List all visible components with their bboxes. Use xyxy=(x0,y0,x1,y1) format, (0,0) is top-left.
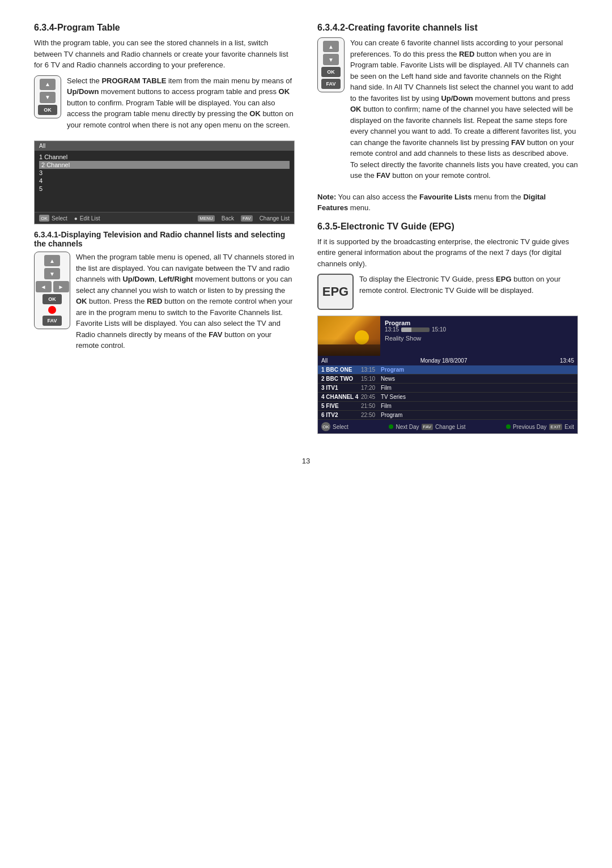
epg-channel-1: 1 BBC ONE xyxy=(321,367,361,373)
section-634-title: 6.3.4-Program Table xyxy=(34,23,295,33)
right-column: 6.3.4.2-Creating favorite channels list … xyxy=(317,23,578,440)
fav-label-icon: FAV xyxy=(241,215,253,222)
up-arrow-fav: ▲ xyxy=(323,41,339,52)
ok-button-icon-2: OK xyxy=(42,294,62,304)
fav-button-icon: FAV xyxy=(42,316,62,326)
epg-desc: To display the Electronic TV Guide, pres… xyxy=(359,274,578,296)
pt-back-label: Back xyxy=(222,215,234,222)
epg-row-4: 4 CHANNEL 4 20:45 TV Series xyxy=(318,393,577,402)
epg-progress-fill xyxy=(401,327,411,332)
down-arrow-fav: ▼ xyxy=(323,54,339,65)
up-arrow-icon-2: ▲ xyxy=(44,255,60,266)
epg-channel-3: 3 ITV1 xyxy=(321,385,361,391)
epg-select-label: Select xyxy=(333,424,348,430)
epg-header-all: All xyxy=(321,358,328,364)
epg-ok-icon: OK xyxy=(321,422,330,431)
up-arrow-icon: ▲ xyxy=(40,79,56,90)
page-number: 13 xyxy=(34,457,578,465)
epg-row-6: 6 ITV2 22:50 Program xyxy=(318,411,577,420)
down-arrow-icon: ▼ xyxy=(40,92,56,103)
pt-change-label: Change List xyxy=(260,215,290,222)
epg-prog-time: 13:15 15:10 xyxy=(385,326,573,333)
right-arrow-icon: ► xyxy=(53,281,69,292)
epg-table-header: All Monday 18/8/2007 13:45 xyxy=(318,356,577,365)
section-635-title: 6.3.5-Electronic TV Guide (EPG) xyxy=(317,222,578,232)
epg-row-2: 2 BBC TWO 15:10 News xyxy=(318,375,577,384)
fav-remote-icon: ▲ ▼ OK FAV xyxy=(317,37,345,92)
red-button-icon xyxy=(48,306,56,314)
epg-prev-day-label: Previous Day xyxy=(513,424,546,430)
epg-time-5: 21:50 xyxy=(361,403,381,409)
epg-exit-icon: EXIT xyxy=(549,424,563,430)
section-6341-title: 6.3.4.1-Displaying Television and Radio … xyxy=(34,230,295,248)
program-table-bold: PROGRAM TABLE xyxy=(101,76,166,85)
epg-header-date: Monday 18/8/2007 xyxy=(420,358,468,364)
epg-time-3: 17:20 xyxy=(361,385,381,391)
epg-prog-4: TV Series xyxy=(381,394,574,400)
epg-time-end: 15:10 xyxy=(432,326,446,333)
left-right-arrows: ◄ ► xyxy=(36,281,69,292)
fav-btn-fav: FAV xyxy=(321,79,341,89)
epg-time-1: 13:15 xyxy=(361,367,381,373)
epg-channel-4: 4 CHANNEL 4 xyxy=(321,394,361,400)
pt-header: All xyxy=(35,141,294,151)
epg-prog-3: Film xyxy=(381,385,574,391)
ok-bold2: OK xyxy=(249,109,261,118)
green-dot-next xyxy=(389,424,393,429)
epg-prog-1: Program xyxy=(381,367,574,373)
pt-channel-list: 1 Channel 2 Channel 3 4 5 xyxy=(35,151,294,212)
pt-edit-label: Edit List xyxy=(80,215,100,222)
epg-fav-icon: FAV xyxy=(422,424,434,430)
epg-overlay xyxy=(318,339,380,356)
pt-all-label: All xyxy=(39,143,45,149)
epg-footer-select-group: OK Select xyxy=(321,422,348,431)
section-6342-title: 6.3.4.2-Creating favorite channels list xyxy=(317,23,578,33)
epg-time-6: 22:50 xyxy=(361,412,381,418)
section-6341-desc: When the program table menu is opened, a… xyxy=(76,252,295,351)
note-paragraph: Note: You can also access the Favourite … xyxy=(317,192,578,214)
epg-program-info: Program 13:15 15:10 Reality Show xyxy=(380,316,577,356)
left-column: 6.3.4-Program Table With the program tab… xyxy=(34,23,295,440)
epg-time-start: 13:15 xyxy=(385,326,399,333)
ok-btn-fav: OK xyxy=(321,67,341,77)
remote-icon-block-634: ▲ ▼ OK Select the PROGRAM TABLE item fro… xyxy=(34,75,295,135)
pt-channel-2: 2 Channel xyxy=(39,161,290,169)
epg-top-section: Program 13:15 15:10 Reality Show xyxy=(318,316,577,356)
epg-icon: EPG xyxy=(317,274,354,310)
epg-channel-6: 6 ITV2 xyxy=(321,412,361,418)
ok-bold: OK xyxy=(279,87,290,96)
pt-channel-4: 4 xyxy=(39,177,290,185)
epg-header-time: 13:45 xyxy=(560,358,574,364)
epg-footer-days-group: Next Day FAV Change List xyxy=(389,422,465,431)
pt-select-label: Select xyxy=(52,215,67,222)
fav-icon-block: ▲ ▼ OK FAV You can create 6 favorite cha… xyxy=(317,37,578,186)
epg-progress-bar xyxy=(401,327,430,332)
pt-footer: OK Select ● Edit List MENU Back FAV Chan… xyxy=(35,212,294,224)
pt-footer-right: MENU Back FAV Change List xyxy=(198,215,290,222)
epg-footer-prev-exit-group: Previous Day EXIT Exit xyxy=(506,422,574,431)
note-bold: Note: xyxy=(317,193,336,201)
epg-thumbnail xyxy=(318,316,380,356)
epg-row-3: 3 ITV1 17:20 Film xyxy=(318,384,577,393)
pt-channel-1: 1 Channel xyxy=(39,153,290,161)
epg-row-5: 5 FIVE 21:50 Film xyxy=(318,402,577,411)
section-6342-desc: You can create 6 favorite channel lists … xyxy=(350,37,578,181)
pt-channel-3: 3 xyxy=(39,169,290,177)
fav-lists-bold: Favourite Lists xyxy=(419,193,471,201)
epg-time-2: 15:10 xyxy=(361,376,381,382)
program-table-screenshot: All 1 Channel 2 Channel 3 4 5 OK Select … xyxy=(34,141,295,224)
remote-icon-6341: ▲ ▼ ◄ ► OK FAV xyxy=(34,252,70,329)
pt-ok-icon: OK xyxy=(39,215,49,222)
remote-icon-block-6341: ▲ ▼ ◄ ► OK FAV When the program table me… xyxy=(34,252,295,356)
updown-bold: Up/Down xyxy=(67,87,99,96)
menu-label-icon: MENU xyxy=(198,215,215,222)
remote-icon-634: ▲ ▼ OK xyxy=(34,75,61,118)
green-dot-prev xyxy=(506,424,511,429)
epg-prog-5: Film xyxy=(381,403,574,409)
epg-row-1: 1 BBC ONE 13:15 Program xyxy=(318,365,577,375)
epg-prog-2: News xyxy=(381,376,574,382)
epg-next-day-label: Next Day xyxy=(396,424,419,430)
pt-channel-5: 5 xyxy=(39,185,290,193)
down-arrow-icon-2: ▼ xyxy=(44,268,60,279)
pt-footer-left: OK Select ● Edit List xyxy=(39,215,100,222)
